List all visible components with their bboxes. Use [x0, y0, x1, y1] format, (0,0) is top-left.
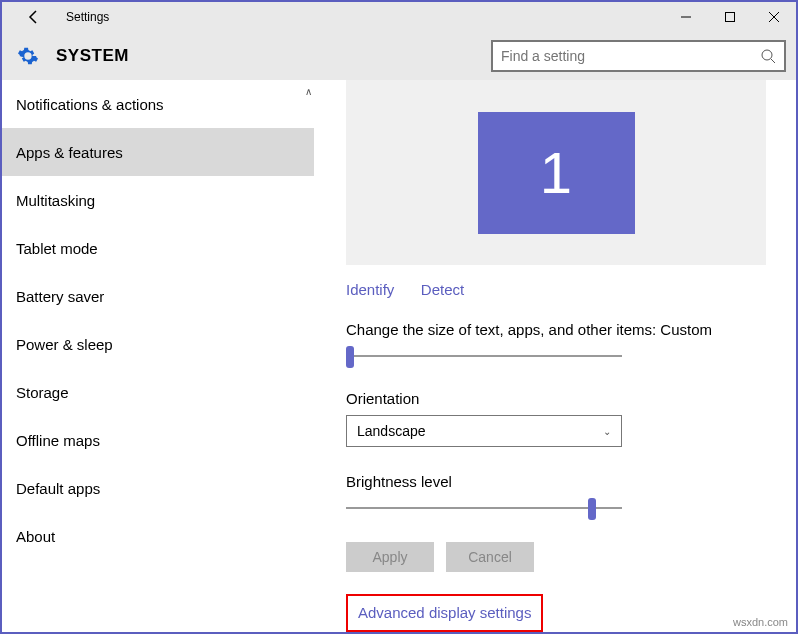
arrow-left-icon	[26, 9, 42, 25]
identify-link[interactable]: Identify	[346, 281, 394, 298]
header: SYSTEM	[2, 32, 796, 80]
sidebar-item[interactable]: Offline maps	[2, 416, 314, 464]
page-title: SYSTEM	[56, 46, 129, 66]
monitor-tile-1[interactable]: 1	[478, 112, 635, 234]
window-title: Settings	[66, 10, 109, 24]
maximize-icon	[725, 12, 735, 22]
content-pane: 1 Identify Detect Change the size of tex…	[314, 80, 796, 632]
advanced-display-link[interactable]: Advanced display settings	[358, 604, 531, 621]
display-preview: 1	[346, 80, 766, 265]
search-icon	[760, 48, 776, 64]
brightness-slider[interactable]	[346, 498, 622, 520]
sidebar-item[interactable]: Apps & features	[2, 128, 314, 176]
svg-point-1	[762, 50, 772, 60]
detect-link[interactable]: Detect	[421, 281, 464, 298]
orientation-value: Landscape	[357, 423, 426, 439]
sidebar-item[interactable]: Multitasking	[2, 176, 314, 224]
scroll-up-icon[interactable]: ∧	[305, 86, 312, 97]
back-button[interactable]	[22, 5, 46, 29]
close-button[interactable]	[752, 2, 796, 32]
scaling-slider[interactable]	[346, 346, 622, 368]
orientation-select[interactable]: Landscape ⌄	[346, 415, 622, 447]
chevron-down-icon: ⌄	[603, 426, 611, 437]
sidebar-item[interactable]: Battery saver	[2, 272, 314, 320]
search-box[interactable]	[491, 40, 786, 72]
sidebar-item[interactable]: About	[2, 512, 314, 560]
close-icon	[769, 12, 779, 22]
highlight-box: Advanced display settings	[346, 594, 543, 632]
cancel-button[interactable]: Cancel	[446, 542, 534, 572]
slider-thumb[interactable]	[588, 498, 596, 520]
watermark: wsxdn.com	[733, 616, 788, 628]
sidebar-item[interactable]: Tablet mode	[2, 224, 314, 272]
scaling-label: Change the size of text, apps, and other…	[346, 321, 766, 338]
apply-button[interactable]: Apply	[346, 542, 434, 572]
slider-thumb[interactable]	[346, 346, 354, 368]
search-input[interactable]	[501, 48, 760, 64]
gear-icon	[16, 44, 40, 68]
maximize-button[interactable]	[708, 2, 752, 32]
orientation-label: Orientation	[346, 390, 766, 407]
sidebar-item[interactable]: Power & sleep	[2, 320, 314, 368]
sidebar-item[interactable]: Default apps	[2, 464, 314, 512]
titlebar: Settings	[2, 2, 796, 32]
minimize-button[interactable]	[664, 2, 708, 32]
sidebar-item[interactable]: Storage	[2, 368, 314, 416]
brightness-label: Brightness level	[346, 473, 766, 490]
svg-rect-0	[726, 13, 735, 22]
sidebar-item[interactable]: Notifications & actions	[2, 80, 314, 128]
sidebar: ∧ Notifications & actionsApps & features…	[2, 80, 314, 632]
minimize-icon	[681, 12, 691, 22]
